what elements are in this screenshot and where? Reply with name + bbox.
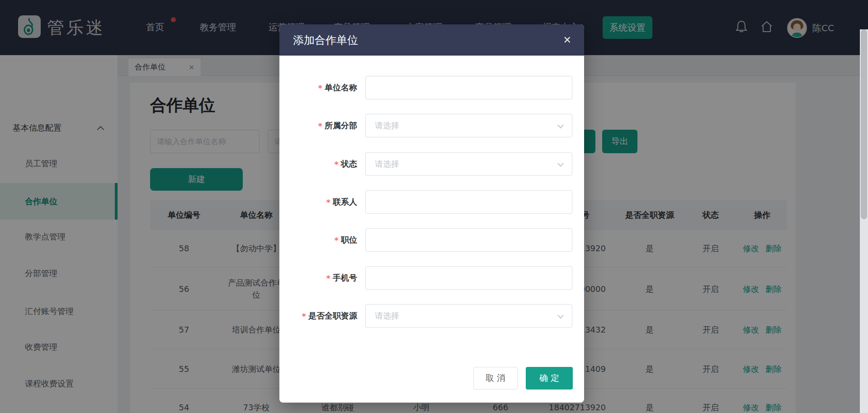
- form-row-手机号: *手机号: [279, 266, 584, 290]
- form-row-单位名称: *单位名称: [279, 76, 584, 99]
- field-label: *联系人: [279, 190, 357, 214]
- modal-close-icon[interactable]: ✕: [563, 34, 571, 46]
- add-partner-unit-modal: 添加合作单位 ✕ *单位名称*所属分部请选择*状态请选择*联系人*职位*手机号*…: [279, 24, 584, 403]
- modal-title: 添加合作单位: [293, 33, 358, 47]
- required-asterisk: *: [302, 311, 306, 321]
- required-asterisk: *: [318, 121, 322, 131]
- 联系人-input[interactable]: [365, 190, 572, 214]
- 所属分部-select[interactable]: 请选择: [365, 114, 572, 137]
- field-label: *状态: [279, 152, 357, 176]
- select-placeholder: 请选择: [375, 310, 399, 321]
- cancel-button[interactable]: 取 消: [473, 367, 518, 390]
- 职位-input[interactable]: [365, 228, 572, 252]
- required-asterisk: *: [318, 83, 322, 93]
- 手机号-input[interactable]: [365, 266, 572, 290]
- form-row-是否全职资源: *是否全职资源请选择: [279, 304, 584, 328]
- required-asterisk: *: [335, 235, 339, 245]
- form-row-职位: *职位: [279, 228, 584, 252]
- 状态-select[interactable]: 请选择: [365, 152, 572, 176]
- scrollbar-track[interactable]: [860, 29, 868, 413]
- field-label: *单位名称: [279, 76, 357, 99]
- app-root: 管乐迷 首页教务管理运营管理产品管理内容管理商品管理报表中心 系统设置 陈CC …: [0, 0, 868, 413]
- field-label: *手机号: [279, 266, 357, 290]
- field-label: *职位: [279, 228, 357, 252]
- required-asterisk: *: [326, 197, 330, 207]
- select-placeholder: 请选择: [375, 159, 399, 169]
- confirm-button[interactable]: 确 定: [526, 367, 573, 390]
- field-label: *是否全职资源: [279, 304, 357, 328]
- chevron-down-icon: [557, 312, 564, 319]
- form-row-状态: *状态请选择: [279, 152, 584, 176]
- field-label: *所属分部: [279, 114, 357, 137]
- 单位名称-input[interactable]: [365, 76, 572, 99]
- required-asterisk: *: [335, 160, 339, 169]
- chevron-down-icon: [557, 122, 564, 128]
- 是否全职资源-select[interactable]: 请选择: [365, 304, 572, 328]
- modal-header: 添加合作单位 ✕: [279, 24, 584, 56]
- required-asterisk: *: [326, 273, 330, 283]
- form-row-所属分部: *所属分部请选择: [279, 114, 584, 137]
- chevron-down-icon: [557, 160, 564, 167]
- select-placeholder: 请选择: [375, 120, 399, 131]
- form-row-联系人: *联系人: [279, 190, 584, 214]
- scrollbar-thumb[interactable]: [861, 29, 867, 219]
